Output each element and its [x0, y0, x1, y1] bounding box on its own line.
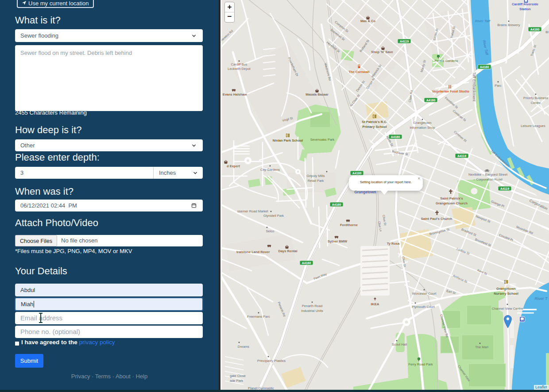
- svg-text:A4119: A4119: [457, 154, 466, 158]
- svg-text:ade Park: ade Park: [230, 379, 243, 383]
- svg-text:River T: River T: [535, 296, 549, 301]
- svg-text:gate Close: gate Close: [230, 374, 246, 378]
- svg-text:Scout Hall: Scout Hall: [392, 342, 407, 346]
- svg-text:St Patrick's R.C.: St Patrick's R.C.: [362, 120, 387, 124]
- svg-text:The Marl: The Marl: [475, 345, 488, 349]
- svg-text:Gripoly Mills: Gripoly Mills: [307, 174, 325, 178]
- svg-text:d Expert: d Expert: [227, 164, 240, 168]
- svg-text:ssemer Road Market: ssemer Road Market: [237, 209, 269, 213]
- svg-text:Worcester Court: Worcester Court: [412, 292, 437, 296]
- svg-text:River Taff: River Taff: [475, 19, 491, 23]
- svg-text:Penarth Road: Penarth Road: [302, 304, 322, 308]
- svg-text:A4119: A4119: [500, 187, 509, 190]
- svg-text:Taff Embankment: Taff Embankment: [472, 72, 476, 102]
- svg-text:Bl: Bl: [545, 30, 549, 34]
- svg-text:Brains Brewery: Brains Brewery: [498, 23, 520, 27]
- svg-text:Saint Patrick's: Saint Patrick's: [440, 196, 463, 200]
- svg-text:Mas & Co: Mas & Co: [360, 19, 376, 23]
- svg-text:Retail Park: Retail Park: [308, 179, 324, 183]
- svg-text:Freemans Parc: Freemans Parc: [247, 315, 270, 319]
- svg-text:A4119: A4119: [400, 40, 409, 43]
- svg-text:Dreams: Dreams: [238, 345, 250, 349]
- svg-text:A4160: A4160: [352, 172, 362, 175]
- svg-text:A4160: A4160: [332, 203, 341, 206]
- svg-text:Saint Paul's Church: Saint Paul's Church: [421, 217, 452, 221]
- svg-text:Nursery School: Nursery School: [494, 292, 518, 296]
- svg-text:A4160: A4160: [391, 135, 400, 138]
- svg-text:Cardiff Bus: Cardiff Bus: [231, 62, 247, 66]
- svg-text:A4160: A4160: [480, 65, 489, 69]
- svg-text:Sevenoaks Park: Sevenoaks Park: [310, 138, 335, 142]
- svg-text:Selco: Selco: [266, 229, 274, 233]
- svg-text:Fordthorne: Fordthorne: [340, 223, 358, 227]
- svg-text:Grangetown: Grangetown: [496, 287, 516, 291]
- svg-text:City Gardens: City Gardens: [260, 168, 280, 172]
- svg-text:Grangetown: Grangetown: [414, 121, 432, 125]
- svg-text:Shop 'N' Save: Shop 'N' Save: [371, 50, 393, 54]
- svg-text:tratstone Land Rover: tratstone Land Rover: [236, 250, 270, 254]
- svg-text:Leisure Leagues: Leisure Leagues: [521, 124, 545, 128]
- svg-text:Channel View Centre: Channel View Centre: [492, 307, 523, 311]
- svg-text:Ferry Road Park: Ferry Road Park: [408, 362, 433, 366]
- svg-text:Industrial Units: Industrial Units: [301, 309, 323, 313]
- svg-text:Sytner BMW: Sytner BMW: [328, 239, 348, 243]
- svg-text:A4160: A4160: [530, 28, 540, 31]
- svg-text:Nextbike – Bargoed Street: Nextbike – Bargoed Street: [468, 173, 508, 177]
- svg-text:Leckwith Depot: Leckwith Depot: [228, 67, 251, 71]
- svg-text:Plymouth Court: Plymouth Court: [412, 305, 435, 309]
- svg-text:Vegetarian Food Studio: Vegetarian Food Studio: [432, 89, 469, 93]
- svg-text:Glynstell Park: Glynstell Park: [263, 214, 284, 218]
- svg-text:Grangetown Church: Grangetown Church: [436, 201, 468, 205]
- svg-text:Parc: Parc: [495, 84, 502, 88]
- svg-text:Information Shop: Information Shop: [410, 126, 435, 130]
- svg-text:The Cornwall: The Cornwall: [348, 70, 369, 74]
- svg-text:Pentre Gardens: Pentre Gardens: [435, 59, 458, 63]
- svg-text:Ty Rosa: Ty Rosa: [387, 242, 400, 246]
- svg-text:Centre: Centre: [531, 101, 541, 105]
- svg-text:A4160: A4160: [302, 261, 311, 265]
- svg-text:Priority Business: Priority Business: [523, 96, 548, 100]
- svg-text:Ninian Park School: Ninian Park School: [273, 138, 303, 142]
- svg-text:IKEA: IKEA: [371, 302, 379, 306]
- svg-text:Evans Halshaw: Evans Halshaw: [223, 92, 247, 96]
- svg-text:Days Rental: Days Rental: [278, 249, 298, 253]
- svg-text:Masala Bazaar: Masala Bazaar: [305, 92, 329, 96]
- svg-text:Principality Plastics: Principality Plastics: [257, 359, 286, 363]
- svg-text:Station: Station: [519, 7, 531, 11]
- svg-text:A4160: A4160: [426, 99, 436, 102]
- svg-text:– Corporation Road: – Corporation Road: [473, 177, 502, 181]
- svg-text:Primary School: Primary School: [362, 125, 387, 129]
